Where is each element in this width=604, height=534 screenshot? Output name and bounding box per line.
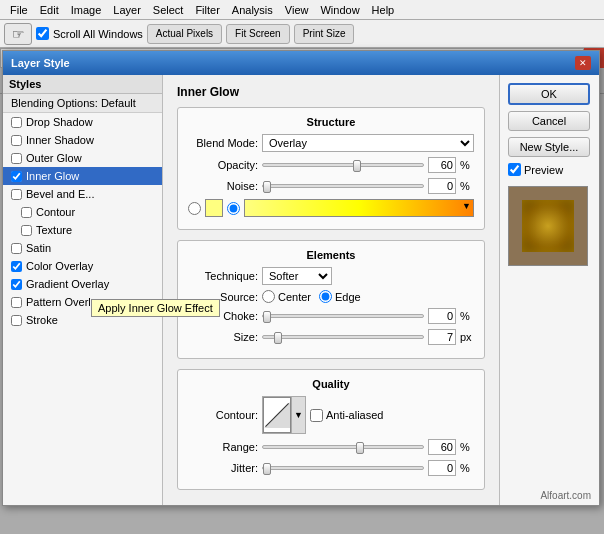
technique-select[interactable]: Softer Precise <box>262 267 332 285</box>
menu-help[interactable]: Help <box>366 3 401 17</box>
menu-filter[interactable]: Filter <box>189 3 225 17</box>
style-item-pattern-overlay[interactable]: Pattern Overlay <box>3 293 162 311</box>
drop-shadow-checkbox[interactable] <box>11 117 22 128</box>
jitter-track <box>262 466 424 470</box>
inner-glow-checkbox[interactable] <box>11 171 22 182</box>
opacity-value[interactable] <box>428 157 456 173</box>
menu-layer[interactable]: Layer <box>107 3 147 17</box>
cancel-button[interactable]: Cancel <box>508 111 590 131</box>
left-panel: Styles Blending Options: Default Drop Sh… <box>3 75 163 505</box>
pattern-overlay-checkbox[interactable] <box>11 297 22 308</box>
elements-title: Elements <box>188 249 474 261</box>
style-item-texture[interactable]: Texture <box>3 221 162 239</box>
stroke-label: Stroke <box>26 314 58 326</box>
dialog-close-button[interactable]: ✕ <box>575 56 591 70</box>
satin-checkbox[interactable] <box>11 243 22 254</box>
preview-label[interactable]: Preview <box>508 163 591 176</box>
jitter-thumb[interactable] <box>263 463 271 475</box>
blending-options-item[interactable]: Blending Options: Default <box>3 94 162 113</box>
noise-thumb[interactable] <box>263 181 271 193</box>
size-slider[interactable] <box>262 330 424 344</box>
choke-slider[interactable] <box>262 309 424 323</box>
style-item-outer-glow[interactable]: Outer Glow <box>3 149 162 167</box>
style-item-drop-shadow[interactable]: Drop Shadow <box>3 113 162 131</box>
actual-pixels-button[interactable]: Actual Pixels <box>147 24 222 44</box>
style-item-gradient-overlay[interactable]: Gradient Overlay <box>3 275 162 293</box>
anti-alias-checkbox[interactable] <box>310 409 323 422</box>
gradient-bar[interactable] <box>244 199 474 217</box>
stroke-checkbox[interactable] <box>11 315 22 326</box>
right-panel: OK Cancel New Style... Preview <box>499 75 599 505</box>
choke-thumb[interactable] <box>263 311 271 323</box>
choke-value[interactable] <box>428 308 456 324</box>
menubar: File Edit Image Layer Select Filter Anal… <box>0 0 604 20</box>
texture-checkbox[interactable] <box>21 225 32 236</box>
ok-button[interactable]: OK <box>508 83 590 105</box>
menu-window[interactable]: Window <box>314 3 365 17</box>
bevel-checkbox[interactable] <box>11 189 22 200</box>
source-center-label[interactable]: Center <box>262 290 311 303</box>
outer-glow-label: Outer Glow <box>26 152 82 164</box>
technique-label: Technique: <box>188 270 258 282</box>
color-swatch[interactable] <box>205 199 223 217</box>
range-thumb[interactable] <box>356 442 364 454</box>
inner-shadow-label: Inner Shadow <box>26 134 94 146</box>
fit-screen-button[interactable]: Fit Screen <box>226 24 290 44</box>
style-item-inner-shadow[interactable]: Inner Shadow <box>3 131 162 149</box>
jitter-value[interactable] <box>428 460 456 476</box>
preview-checkbox[interactable] <box>508 163 521 176</box>
jitter-row: Jitter: % <box>188 460 474 476</box>
range-value[interactable] <box>428 439 456 455</box>
menu-view[interactable]: View <box>279 3 315 17</box>
menu-file[interactable]: File <box>4 3 34 17</box>
gradient-overlay-checkbox[interactable] <box>11 279 22 290</box>
source-options: Center Edge <box>262 290 361 303</box>
style-item-bevel[interactable]: Bevel and E... <box>3 185 162 203</box>
opacity-label: Opacity: <box>188 159 258 171</box>
inner-shadow-checkbox[interactable] <box>11 135 22 146</box>
blend-mode-select[interactable]: Overlay Normal Screen Multiply <box>262 134 474 152</box>
contour-preview[interactable] <box>263 397 291 433</box>
choke-row: Choke: % <box>188 308 474 324</box>
solid-color-radio[interactable] <box>188 202 201 215</box>
jitter-slider[interactable] <box>262 461 424 475</box>
source-center-radio[interactable] <box>262 290 275 303</box>
contour-checkbox[interactable] <box>21 207 32 218</box>
style-item-inner-glow[interactable]: Inner Glow <box>3 167 162 185</box>
size-unit: px <box>460 331 474 343</box>
size-thumb[interactable] <box>274 332 282 344</box>
hand-tool-button[interactable]: ☞ <box>4 23 32 45</box>
structure-title: Structure <box>188 116 474 128</box>
opacity-slider[interactable] <box>262 158 424 172</box>
menu-image[interactable]: Image <box>65 3 108 17</box>
choke-unit: % <box>460 310 474 322</box>
noise-value[interactable] <box>428 178 456 194</box>
contour-dropdown[interactable]: ▼ <box>262 396 306 434</box>
size-value[interactable] <box>428 329 456 345</box>
anti-alias-label[interactable]: Anti-aliased <box>310 409 383 422</box>
scroll-all-checkbox[interactable] <box>36 27 49 40</box>
outer-glow-checkbox[interactable] <box>11 153 22 164</box>
contour-arrow[interactable]: ▼ <box>291 397 305 433</box>
preview-inner <box>522 200 574 252</box>
print-size-button[interactable]: Print Size <box>294 24 355 44</box>
style-item-contour[interactable]: Contour <box>3 203 162 221</box>
blend-mode-label: Blend Mode: <box>188 137 258 149</box>
range-slider[interactable] <box>262 440 424 454</box>
gradient-radio[interactable] <box>227 202 240 215</box>
color-overlay-checkbox[interactable] <box>11 261 22 272</box>
preview-box <box>508 186 588 266</box>
style-item-stroke[interactable]: Stroke <box>3 311 162 329</box>
middle-panel: Inner Glow Structure Blend Mode: Overlay… <box>163 75 499 505</box>
style-item-color-overlay[interactable]: Color Overlay <box>3 257 162 275</box>
menu-select[interactable]: Select <box>147 3 190 17</box>
menu-analysis[interactable]: Analysis <box>226 3 279 17</box>
opacity-thumb[interactable] <box>353 160 361 172</box>
source-edge-radio[interactable] <box>319 290 332 303</box>
source-label: Source: <box>188 291 258 303</box>
menu-edit[interactable]: Edit <box>34 3 65 17</box>
source-edge-label[interactable]: Edge <box>319 290 361 303</box>
noise-slider[interactable] <box>262 179 424 193</box>
style-item-satin[interactable]: Satin <box>3 239 162 257</box>
new-style-button[interactable]: New Style... <box>508 137 590 157</box>
